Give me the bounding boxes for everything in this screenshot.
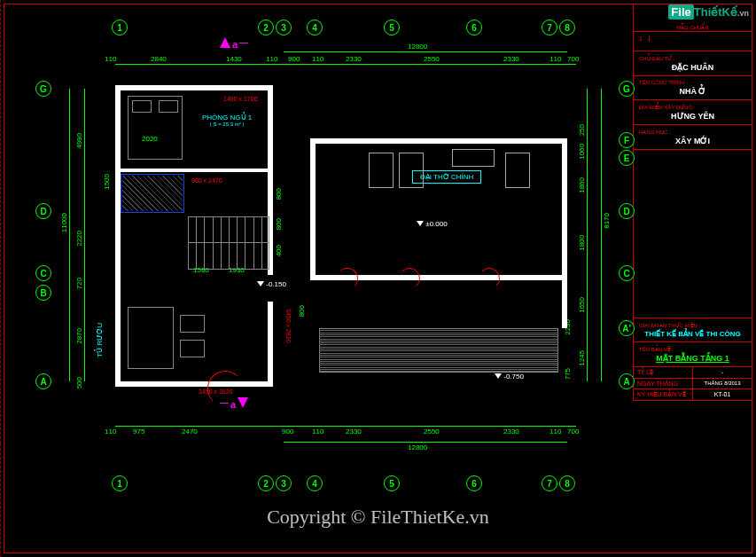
section-mark-top: a: [220, 37, 248, 50]
tb-phase: GIAI ĐOẠN THỰC HIỆN : THIẾT KẾ BẢN VẼ TH…: [633, 318, 752, 342]
dim-door-side: 3450 x 2820: [285, 309, 292, 343]
altar-3: [452, 149, 495, 167]
dim-r5: 1245: [578, 350, 586, 366]
tb-header-sub: MẪU CHUẨN: [639, 24, 746, 30]
dim-b0: 110: [105, 428, 116, 435]
tb-date-row: NGÀY THÁNG THÁNG 8/2013: [634, 378, 752, 388]
bubble-v8-bot: 8: [559, 475, 575, 491]
dim-r6: 775: [564, 368, 572, 380]
dim-right-seg-line: [587, 89, 588, 381]
staircase: [188, 216, 269, 270]
bubble-hc-r: C: [619, 265, 635, 281]
bubble-v7-top: 7: [542, 20, 557, 35]
tb-code-label: KÝ HIỆU BẢN VẼ: [634, 389, 693, 400]
tb-code-val: KT-01: [693, 389, 752, 400]
dim-l3: 2870: [75, 328, 83, 344]
tb-category: HẠNG MỤC : XÂY MỚI: [633, 125, 752, 150]
bed: [128, 96, 183, 160]
tb-scale-row: TỶ LỆ -: [634, 367, 752, 378]
altar-2: [399, 153, 424, 188]
tb-spacer: [633, 150, 752, 318]
dim-b9: 700: [567, 428, 579, 435]
dim-left-overall-line: [69, 89, 70, 381]
tb-owner-label: CHỦ ĐẦU TƯ :: [639, 55, 746, 61]
entry-steps: [319, 328, 558, 373]
dim-b8: 110: [549, 428, 561, 435]
dim-t1: 2840: [151, 55, 167, 63]
bubble-v2-bot: 2: [258, 475, 274, 491]
dim-door-main: 3450 x 2820: [199, 388, 233, 395]
bubble-hd-r: D: [619, 203, 635, 219]
tb-phase-val: THIẾT KẾ BẢN VẼ THI CÔNG: [639, 330, 746, 338]
bubble-he-r: E: [619, 150, 635, 166]
cad-canvas: FileThiếtKế.vn MẪU CHUẨN 1 CHỦ ĐẦU TƯ : …: [0, 0, 756, 557]
wall-bed-bot: [115, 169, 273, 172]
title-block: MẪU CHUẨN 1 CHỦ ĐẦU TƯ : ĐẶC HUÂN TÊN CÔ…: [633, 4, 752, 553]
dim-ih2: 800: [275, 218, 283, 230]
bubble-ha-r: A: [619, 373, 635, 389]
grid-v-2: [0, 443, 1, 557]
bubble-v3-top: 3: [276, 20, 292, 35]
dim-b5: 2330: [346, 428, 362, 435]
dim-stairs1: 1580: [193, 266, 209, 274]
bubble-v1-top: 1: [112, 20, 128, 35]
dim-bot-seg-line: [115, 426, 576, 427]
dim-ih3: 400: [275, 245, 283, 256]
tb-scale-val: -: [693, 367, 752, 378]
tb-scale-label: TỶ LỆ: [634, 367, 693, 378]
bubble-v8-top: 8: [559, 20, 575, 35]
dim-b6: 2550: [424, 428, 440, 435]
tb-date-val: THÁNG 8/2013: [693, 379, 752, 388]
floorplan: 1 1 2 2 3 3 4 4 5 5 6 6 7 7 8 8 G G F E …: [0, 0, 634, 550]
tb-phase-label: GIAI ĐOẠN THỰC HIỆN :: [639, 322, 746, 328]
dim-ih1: 800: [275, 188, 283, 200]
tb-project: TÊN CÔNG TRÌNH : NHÀ Ở: [633, 76, 752, 100]
bubble-v6-top: 6: [466, 20, 482, 35]
bubble-v6-bot: 6: [466, 475, 482, 491]
dim-wc1: 1500: [103, 174, 111, 190]
bubble-v5-top: 5: [384, 20, 400, 35]
dim-bancho: 800: [298, 305, 306, 317]
dim-right-overall-line: [601, 89, 602, 381]
dim-bot-overall-line: [284, 442, 567, 443]
bubble-v5-bot: 5: [384, 475, 400, 491]
wall-left: [115, 85, 121, 387]
dim-t6: 2330: [346, 55, 362, 63]
section-mark-bot: a: [220, 397, 248, 410]
dim-l4: 500: [75, 377, 83, 388]
dim-l2: 720: [75, 278, 83, 289]
tb-date-label: NGÀY THÁNG: [634, 379, 693, 388]
dim-top-overall-line: [284, 51, 567, 52]
elev-750: -0.750: [495, 373, 524, 380]
bubble-ha2-r: A': [619, 320, 635, 336]
tb-dname-label: TÊN BẢN VẼ :: [639, 346, 746, 352]
elev-150: -0.150: [257, 280, 286, 288]
dim-door-bed: 900 x 2470: [191, 177, 222, 184]
elev-zero: ±0.000: [417, 220, 448, 228]
dim-t9: 110: [549, 55, 561, 63]
dim-b2: 2470: [182, 428, 198, 435]
dim-bed-d: 1400 x 1700: [223, 96, 258, 102]
dim-b4: 110: [312, 428, 323, 435]
dim-t2: 1430: [226, 55, 242, 63]
dim-t7: 2550: [424, 55, 440, 63]
tb-project-label: TÊN CÔNG TRÌNH :: [639, 80, 746, 85]
tb-row-generic: 1: [633, 32, 752, 51]
dim-stairs2: 1930: [229, 266, 245, 274]
dim-r4: 1650: [578, 297, 586, 313]
bubble-hf-r: F: [619, 132, 635, 148]
tb-category-val: XÂY MỚI: [639, 137, 746, 145]
dim-t10: 700: [567, 55, 579, 63]
bubble-v4-bot: 4: [307, 475, 323, 491]
dim-bed-w: 2020: [142, 135, 158, 143]
dim-t4: 900: [288, 55, 300, 63]
tb-dname-val: MẶT BẰNG TẦNG 1: [639, 354, 746, 363]
tb-location-val: HƯNG YÊN: [639, 112, 746, 121]
dim-t0: 110: [105, 55, 116, 63]
altar-4: [505, 153, 530, 188]
dim-l0: 4990: [75, 133, 83, 149]
dim-right-overall: 8170: [603, 213, 611, 229]
wall-bot-left: [115, 381, 273, 387]
dim-l1: 2220: [75, 231, 83, 247]
dim-r2: 1860: [578, 177, 586, 193]
